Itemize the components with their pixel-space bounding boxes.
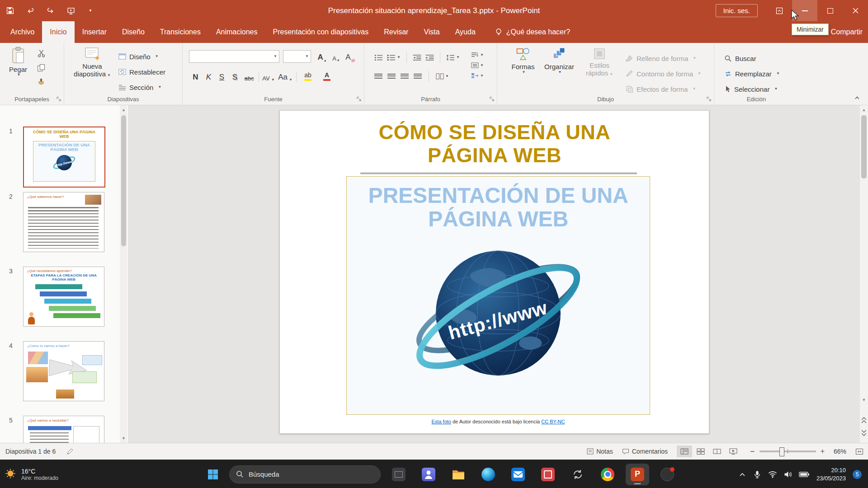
clear-formatting-button[interactable]: A (344, 50, 357, 63)
zoom-slider-handle[interactable] (779, 447, 784, 456)
slide-subtitle-text[interactable]: PRESENTACIÓN DE UNA PÁGINA WEB (363, 184, 634, 231)
collapse-ribbon-icon[interactable] (854, 95, 861, 100)
save-icon[interactable] (6, 7, 14, 14)
align-right-icon[interactable] (401, 74, 409, 80)
section-button[interactable]: Sección▼ (118, 81, 161, 94)
paste-button[interactable]: Pegar ▼ (5, 47, 31, 77)
columns-button[interactable]: ▼ (436, 73, 449, 80)
grow-font-button[interactable]: A▲ (316, 50, 329, 63)
canvas-scroll-down-icon[interactable]: ▼ (860, 396, 868, 404)
convert-smartart-button[interactable]: ▼ (471, 73, 484, 79)
zoom-out-button[interactable]: − (750, 447, 755, 455)
copy-button[interactable] (37, 64, 45, 74)
ribbon-display-options-button[interactable] (767, 0, 792, 21)
text-direction-button[interactable]: ▼ (471, 52, 484, 58)
tab-presentacion[interactable]: Presentación con diapositivas (265, 21, 377, 43)
increase-indent-icon[interactable] (425, 54, 434, 61)
tab-archivo[interactable]: Archivo (3, 21, 42, 43)
underline-button[interactable]: S (215, 70, 228, 83)
zoom-in-button[interactable]: + (821, 448, 825, 455)
dark-app-icon[interactable] (387, 464, 410, 485)
mail-icon[interactable] (506, 464, 530, 485)
slide-title-text[interactable]: CÓMO SE DISEÑA UNA PÁGINA WEB (341, 121, 648, 167)
thumbnail-scrollbar[interactable]: ▲ ▼ (120, 105, 127, 443)
replace-button[interactable]: Reemplazar▼ (724, 67, 780, 80)
reset-slide-button[interactable]: Restablecer (118, 66, 165, 78)
font-family-combobox[interactable]: ▼ (189, 50, 279, 63)
select-button[interactable]: Seleccionar▼ (724, 83, 778, 95)
new-slide-button[interactable]: Nueva diapositiva▼ (71, 47, 114, 78)
strikethrough-button[interactable]: abc (241, 70, 257, 83)
tab-transiciones[interactable]: Transiciones (152, 21, 208, 43)
zoom-slider[interactable] (760, 450, 816, 452)
shrink-font-button[interactable]: A▼ (330, 50, 343, 63)
notification-badge[interactable]: 5 (853, 470, 862, 479)
wifi-icon[interactable] (768, 471, 777, 478)
canvas-scroll-up-icon[interactable]: ▲ (860, 106, 868, 113)
text-shadow-button[interactable]: S (228, 70, 241, 83)
bullet-list-icon[interactable] (374, 54, 383, 61)
microphone-icon[interactable] (753, 470, 761, 479)
teams-icon[interactable] (417, 464, 440, 485)
caption-link-license[interactable]: CC BY-NC (541, 419, 565, 424)
portapapeles-dialog-launcher-icon[interactable] (56, 96, 62, 103)
align-left-icon[interactable] (374, 74, 382, 80)
next-slide-icon[interactable] (861, 429, 867, 437)
taskbar-clock[interactable]: 20:10 23/05/2023 (816, 466, 846, 482)
globe-image[interactable]: http://www (408, 232, 589, 390)
highlight-color-button[interactable]: ab (298, 70, 317, 83)
slide-thumbnail-3[interactable]: ¿Qué necesitamos aprender? ETAPAS PARA L… (23, 267, 104, 327)
canvas-scrollbar[interactable]: ▲ ▼ (860, 105, 868, 443)
tab-ayuda[interactable]: Ayuda (448, 21, 483, 43)
tab-insertar[interactable]: Insertar (75, 21, 114, 43)
fit-to-window-icon[interactable] (855, 448, 863, 455)
close-button[interactable] (843, 0, 868, 21)
slide-thumbnail-1[interactable]: CÓMO SE DISEÑA UNA PÁGINA WEB PRESENTACI… (23, 127, 105, 188)
dark-circle-app-icon[interactable] (656, 464, 679, 485)
tab-animaciones[interactable]: Animaciones (208, 21, 265, 43)
bold-button[interactable]: N (189, 70, 202, 83)
align-text-button[interactable]: ▼ (471, 62, 484, 68)
scroll-up-icon[interactable]: ▲ (120, 106, 127, 113)
tray-chevron-icon[interactable] (738, 471, 746, 478)
slide-indicator[interactable]: Diapositiva 1 de 6 (0, 448, 56, 455)
slide-sorter-view-button[interactable] (693, 446, 708, 457)
redo-icon[interactable] (47, 7, 55, 15)
font-size-combobox[interactable]: ▼ (283, 50, 311, 63)
red-app-icon[interactable] (536, 464, 560, 485)
weather-widget[interactable]: 16°C Aire: moderado (5, 460, 58, 488)
maximize-button[interactable] (817, 0, 843, 21)
slide-content-box[interactable]: PRESENTACIÓN DE UNA PÁGINA WEB (346, 176, 650, 415)
volume-icon[interactable] (784, 471, 792, 478)
slide-thumbnail-2[interactable]: ¿Qué sabemos hacer? (23, 192, 104, 252)
slide-thumbnail-5[interactable]: ¿Qué vamos a necesitar? (23, 416, 104, 443)
previous-slide-icon[interactable] (861, 416, 867, 424)
slide-layout-button[interactable]: Diseño▼ (118, 50, 159, 63)
character-spacing-button[interactable]: AV▼ (261, 70, 276, 83)
chrome-icon[interactable] (596, 464, 619, 485)
find-button[interactable]: Buscar (724, 52, 756, 65)
sign-in-button[interactable]: Inic. ses. (716, 4, 758, 17)
format-painter-button[interactable] (37, 78, 45, 88)
shape-outline-button[interactable]: Contorno de forma▼ (626, 67, 701, 80)
edge-icon[interactable] (476, 464, 500, 485)
dibujo-dialog-launcher-icon[interactable] (706, 96, 712, 103)
taskbar-search-box[interactable]: Búsqueda (229, 465, 381, 483)
shape-fill-button[interactable]: Relleno de forma▼ (626, 52, 696, 65)
thumbnail-scrollbar-thumb[interactable] (121, 115, 126, 246)
powerpoint-icon[interactable]: P (626, 464, 649, 485)
change-case-button[interactable]: Aa▼ (276, 70, 294, 83)
tab-diseno[interactable]: Diseño (114, 21, 152, 43)
normal-view-button[interactable] (677, 446, 692, 457)
font-color-button[interactable]: A (317, 70, 336, 83)
qat-customize-caret-icon[interactable]: ▼ (89, 9, 92, 13)
comments-button[interactable]: Comentarios (622, 448, 668, 455)
align-center-icon[interactable] (387, 74, 396, 80)
reading-view-button[interactable] (709, 446, 725, 457)
tab-revisar[interactable]: Revisar (376, 21, 416, 43)
slideshow-view-button[interactable] (726, 446, 741, 457)
scroll-down-icon[interactable]: ▼ (120, 435, 127, 442)
decrease-indent-icon[interactable] (413, 54, 421, 61)
fuente-dialog-launcher-icon[interactable] (356, 96, 363, 103)
tab-vista[interactable]: Vista (416, 21, 447, 43)
